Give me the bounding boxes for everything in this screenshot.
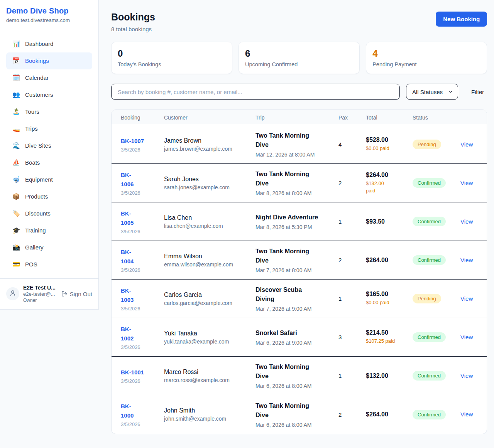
status-badge: Confirmed xyxy=(413,371,446,381)
status-cell: Pending xyxy=(413,140,460,149)
stat-card: 0 Today's Bookings xyxy=(111,42,232,74)
customer-name: Sarah Jones xyxy=(164,176,251,183)
booking-cell: BK-1007 3/5/2026 xyxy=(121,136,164,153)
user-icon xyxy=(9,290,16,298)
booking-id-link[interactable]: BK-1007 xyxy=(121,136,159,146)
gallery-icon: 📸 xyxy=(12,243,20,252)
view-link[interactable]: View xyxy=(460,257,473,263)
booking-id-link[interactable]: BK- 1005 xyxy=(121,209,159,227)
sidebar-item-pos[interactable]: 💳 POS xyxy=(6,256,92,273)
column-header-booking: Booking xyxy=(121,115,164,121)
booking-date: 3/5/2026 xyxy=(121,306,159,312)
stat-label: Today's Bookings xyxy=(118,61,226,67)
table-header-row: BookingCustomerTripPaxTotalStatus xyxy=(112,110,487,125)
sidebar-item-bookings[interactable]: 📅 Bookings xyxy=(6,52,92,69)
sidebar-item-trips[interactable]: 🚤 Trips xyxy=(6,120,92,137)
customer-cell: James Brown james.brown@example.com xyxy=(164,137,255,152)
customer-name: John Smith xyxy=(164,407,251,414)
paid-amount: $132.00 paid xyxy=(366,180,408,195)
view-link[interactable]: View xyxy=(460,372,473,379)
booking-id-link[interactable]: BK- 1003 xyxy=(121,286,159,305)
sidebar-item-equipment[interactable]: 🤿 Equipment xyxy=(6,171,92,188)
filter-button[interactable]: Filter xyxy=(468,89,487,95)
sign-out-label: Sign Out xyxy=(70,291,92,297)
table-body: BK-1007 3/5/2026 James Brown james.brown… xyxy=(112,125,487,434)
customer-cell: John Smith john.smith@example.com xyxy=(164,407,255,422)
user-info: E2E Test U... e2e-tester@... Owner xyxy=(23,284,56,304)
sidebar-item-products[interactable]: 📦 Products xyxy=(6,188,92,205)
view-cell: View xyxy=(460,180,477,187)
trip-cell: Snorkel Safari Mar 6, 2026 at 9:00 AM xyxy=(255,328,338,346)
sidebar-item-boats[interactable]: ⛵ Boats xyxy=(6,154,92,171)
sidebar-item-label: Trips xyxy=(25,124,38,133)
total-cell: $165.00 $0.00 paid xyxy=(366,291,413,307)
trip-datetime: Mar 8, 2026 at 8:00 AM xyxy=(255,190,334,196)
total-cell: $264.00 xyxy=(366,257,413,264)
trip-name: Two Tank Morning Dive xyxy=(255,401,334,420)
total-amount: $214.50 xyxy=(366,329,408,336)
paid-amount: $107.25 paid xyxy=(366,338,408,345)
sidebar-item-calendar[interactable]: 🗓️ Calendar xyxy=(6,69,92,86)
view-link[interactable]: View xyxy=(460,180,473,186)
customer-email: james.brown@example.com xyxy=(164,146,251,152)
pos-icon: 💳 xyxy=(12,260,20,269)
customer-cell: Emma Wilson emma.wilson@example.com xyxy=(164,253,255,268)
column-header-customer: Customer xyxy=(164,115,255,121)
sign-out-button[interactable]: Sign Out xyxy=(61,291,92,297)
sidebar-item-gallery[interactable]: 📸 Gallery xyxy=(6,239,92,256)
booking-date: 3/5/2026 xyxy=(121,344,159,350)
table-row: BK- 1003 3/5/2026 Carlos Garcia carlos.g… xyxy=(112,280,487,318)
booking-id-link[interactable]: BK- 1000 xyxy=(121,402,159,420)
view-link[interactable]: View xyxy=(460,334,473,340)
sidebar-item-training[interactable]: 🎓 Training xyxy=(6,222,92,239)
sidebar-item-label: Boats xyxy=(25,158,40,167)
view-link[interactable]: View xyxy=(460,218,473,225)
booking-cell: BK- 1003 3/5/2026 xyxy=(121,286,164,312)
view-link[interactable]: View xyxy=(460,411,473,418)
total-cell: $528.00 $0.00 paid xyxy=(366,136,413,152)
status-select-wrap: All Statuses xyxy=(406,84,458,100)
search-input[interactable] xyxy=(111,84,400,100)
booking-cell: BK- 1005 3/5/2026 xyxy=(121,209,164,234)
sidebar-item-dive-sites[interactable]: 🌊 Dive Sites xyxy=(6,137,92,154)
user-name: E2E Test U... xyxy=(23,284,56,291)
table-row: BK- 1000 3/5/2026 John Smith john.smith@… xyxy=(112,395,487,434)
calendar-icon: 🗓️ xyxy=(12,73,20,83)
booking-id-link[interactable]: BK- 1004 xyxy=(121,248,159,266)
new-booking-button[interactable]: New Booking xyxy=(436,12,487,27)
booking-id-link[interactable]: BK- 1002 xyxy=(121,325,159,343)
booking-id-link[interactable]: BK- 1006 xyxy=(121,170,159,189)
customer-email: yuki.tanaka@example.com xyxy=(164,339,251,345)
page-title: Bookings xyxy=(111,12,155,23)
total-cell: $132.00 xyxy=(366,372,413,379)
view-link[interactable]: View xyxy=(460,295,473,302)
sidebar-item-tours[interactable]: 🏝️ Tours xyxy=(6,103,92,120)
sidebar-item-discounts[interactable]: 🏷️ Discounts xyxy=(6,205,92,222)
trip-datetime: Mar 8, 2026 at 5:30 PM xyxy=(255,224,334,230)
products-icon: 📦 xyxy=(12,192,20,201)
table-row: BK- 1005 3/5/2026 Lisa Chen lisa.chen@ex… xyxy=(112,202,487,241)
filter-controls: All Statuses Filter xyxy=(111,84,487,100)
total-amount: $264.00 xyxy=(366,411,408,418)
view-cell: View xyxy=(460,334,477,341)
status-select[interactable]: All Statuses xyxy=(406,84,458,100)
view-link[interactable]: View xyxy=(460,141,473,148)
trip-name: Night Dive Adventure xyxy=(255,213,334,222)
booking-date: 3/5/2026 xyxy=(121,229,159,234)
sidebar: Demo Dive Shop demo.test.divestreams.com… xyxy=(0,0,99,310)
total-amount: $264.00 xyxy=(366,257,408,264)
status-cell: Confirmed xyxy=(413,255,460,265)
customer-name: James Brown xyxy=(164,137,251,144)
sidebar-item-customers[interactable]: 👥 Customers xyxy=(6,86,92,103)
booking-id-link[interactable]: BK-1001 xyxy=(121,368,159,377)
pax-count: 1 xyxy=(338,372,366,379)
customer-cell: Marco Rossi marco.rossi@example.com xyxy=(164,369,255,383)
sidebar-nav: 📊 Dashboard 📅 Bookings 🗓️ Calendar 👥 Cus… xyxy=(0,29,98,278)
sidebar-item-label: Tours xyxy=(25,107,39,116)
sidebar-item-label: POS xyxy=(25,260,37,269)
trip-name: Two Tank Morning Dive xyxy=(255,131,334,150)
customer-cell: Carlos Garcia carlos.garcia@example.com xyxy=(164,291,255,306)
sidebar-item-label: Products xyxy=(25,192,48,201)
bookings-icon: 📅 xyxy=(12,56,20,66)
sidebar-item-dashboard[interactable]: 📊 Dashboard xyxy=(6,35,92,52)
